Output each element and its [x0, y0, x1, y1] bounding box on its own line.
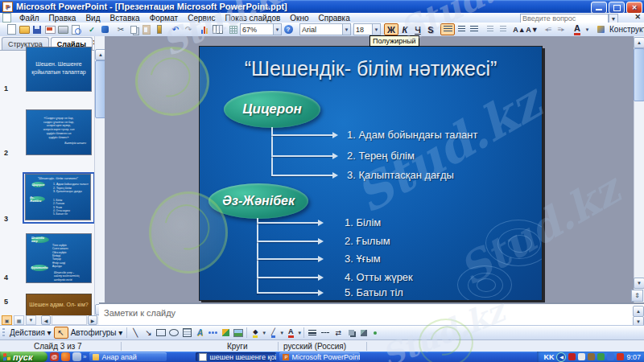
cicero-item-3[interactable]: 3. Қалыптасқан дағды [347, 169, 454, 181]
design-icon[interactable] [594, 23, 607, 35]
slide-scroll-up-icon[interactable]: ▲ [634, 37, 644, 48]
tray-language-indicator[interactable]: KK [543, 353, 554, 361]
cicero-ellipse[interactable]: Цицерон [224, 91, 320, 128]
quicklaunch-mail-icon[interactable]: @ [50, 352, 59, 361]
arrow-style-icon[interactable]: ⇄ [332, 327, 345, 339]
slide-sorter-view-button[interactable]: ▦ [14, 315, 24, 325]
print-icon[interactable] [56, 23, 69, 35]
draw-actions-menu[interactable]: Действия ▾ [10, 328, 52, 337]
hscroll-right-icon[interactable]: ▶ [88, 315, 97, 325]
fill-color-icon[interactable]: ◆ [249, 327, 262, 339]
decrease-indent-icon[interactable]: ◂≡ [542, 23, 555, 35]
numbering-icon[interactable] [484, 23, 497, 35]
email-icon[interactable] [43, 23, 56, 35]
tray-icon-1[interactable] [568, 353, 576, 360]
rectangle-tool-icon[interactable] [155, 327, 167, 339]
slide-4-thumbnail[interactable]: Шешендік өнер Тілге жүйрік Сөзге шешен О… [26, 233, 92, 283]
open-folder-icon[interactable] [18, 23, 31, 35]
undo-icon[interactable]: ↶ [169, 23, 182, 35]
tray-volume-icon[interactable] [578, 353, 585, 360]
zoom-dropdown-icon[interactable]: ▼ [274, 23, 282, 35]
font-size-combo[interactable]: 18 [353, 23, 373, 35]
notes-scroll-up-icon[interactable]: ▲ [633, 306, 644, 317]
help-icon[interactable]: ? [282, 23, 295, 35]
arrow-tool-icon[interactable]: ↘ [142, 327, 155, 339]
size-dropdown-icon[interactable]: ▼ [373, 23, 381, 35]
research-icon[interactable] [98, 23, 111, 35]
clipart-icon[interactable] [219, 327, 232, 339]
menu-view[interactable]: Вид [80, 13, 105, 23]
copy-icon[interactable] [127, 23, 140, 35]
insert-picture-icon[interactable] [232, 327, 245, 339]
bullets-icon[interactable] [497, 23, 510, 35]
redo-icon[interactable]: ↷ [182, 23, 195, 35]
thumbnails-scrollbar[interactable]: ▲ ▼ [94, 36, 105, 315]
grid-icon[interactable] [227, 23, 240, 35]
draw-font-color-icon[interactable]: А [284, 327, 297, 339]
menu-file[interactable]: Файл [14, 13, 44, 23]
align-left-button[interactable] [440, 23, 455, 35]
font-name-combo[interactable]: Arial [299, 23, 343, 35]
az-item-5[interactable]: 5. Батыл тіл [345, 286, 403, 298]
menu-window[interactable]: Окно [285, 13, 313, 23]
italic-button[interactable]: К [398, 23, 411, 35]
oval-tool-icon[interactable] [167, 327, 180, 339]
taskbar-window-document[interactable]: шешен шешенге қой... [196, 352, 276, 361]
save-icon[interactable] [31, 23, 43, 35]
language-indicator[interactable]: русский (Россия) [283, 342, 346, 351]
decrease-font-icon[interactable]: A▼ [526, 23, 539, 35]
start-button[interactable]: пуск [0, 352, 47, 362]
hscroll-left-icon[interactable]: ◀ [41, 315, 51, 325]
slide-2-thumbnail[interactable]: «Сөзден ұтқыр не бар, сөзден ұтылған не … [26, 109, 92, 155]
line-color-icon[interactable]: ╱ [266, 327, 279, 339]
spelling-icon[interactable]: ✓ [85, 23, 98, 35]
notes-pane[interactable]: Заметки к слайду [99, 302, 644, 327]
taskbar-window-powerpoint[interactable]: P Microsoft PowerPoint ... [279, 352, 360, 361]
slide-canvas[interactable]: “Шешендік- білім нәтижесі” Цицерон 1. Ад… [199, 46, 543, 301]
quicklaunch-chevron-icon[interactable]: » [83, 353, 86, 360]
az-item-4[interactable]: 4. Отты жүрек [345, 271, 413, 283]
restore-button[interactable] [609, 2, 625, 14]
close-button[interactable]: ✕ [626, 2, 642, 14]
close-document-icon[interactable]: ✕ [634, 13, 641, 21]
table-icon[interactable] [211, 23, 224, 35]
textbox-tool-icon[interactable] [180, 327, 193, 339]
slide-scroll-down-icon[interactable]: ▼ [634, 278, 644, 289]
chart-icon[interactable] [198, 23, 211, 35]
zoom-combo[interactable]: 67% [240, 23, 274, 35]
slide-title[interactable]: “Шешендік- білім нәтижесі” [200, 57, 542, 80]
format-painter-icon[interactable] [153, 23, 166, 35]
tray-icon-5[interactable] [617, 353, 624, 360]
menu-format[interactable]: Формат [145, 13, 184, 23]
text-shadow-button[interactable]: S [424, 23, 437, 35]
font-color-button[interactable]: А [571, 23, 584, 35]
font-dropdown-icon[interactable]: ▼ [343, 23, 351, 35]
bold-button[interactable]: Ж [384, 23, 398, 35]
tray-icon-2[interactable] [588, 353, 595, 360]
dash-style-icon[interactable] [319, 327, 332, 339]
az-item-3[interactable]: 3. Ұғым [345, 253, 381, 265]
slide-3-thumbnail[interactable]: “Шешендік- білім нәтижесі” Цицерон 1. Ад… [25, 174, 91, 220]
slide-5-thumbnail[interactable]: Шешен адам. Ол- кім? [26, 294, 92, 316]
menu-help[interactable]: Справка [314, 13, 355, 23]
tray-icon-4[interactable] [607, 353, 614, 360]
shadow-style-icon[interactable] [345, 327, 357, 339]
align-center-button[interactable] [455, 23, 468, 35]
design-button[interactable]: Конструктор [609, 25, 644, 34]
threed-style-icon[interactable] [357, 327, 370, 339]
paste-icon[interactable] [140, 23, 153, 35]
font-color-dropdown-icon[interactable]: ▼ [584, 24, 591, 35]
new-document-icon[interactable] [5, 23, 18, 35]
slideshow-view-button[interactable]: ▼ [26, 315, 36, 325]
tray-icon-3[interactable] [597, 353, 605, 360]
print-preview-icon[interactable] [69, 23, 82, 35]
tray-collapse-icon[interactable]: ◀ [556, 352, 566, 362]
menu-slideshow[interactable]: Показ слайдов [220, 13, 285, 23]
menu-edit[interactable]: Правка [44, 13, 81, 23]
select-pointer-button[interactable]: ↖ [54, 327, 68, 339]
line-tool-icon[interactable]: ╲ [129, 327, 142, 339]
normal-view-button[interactable]: ▣ [2, 315, 12, 325]
minimize-button[interactable] [591, 2, 607, 14]
underline-button[interactable]: Ч [411, 23, 424, 35]
quicklaunch-firefox-icon[interactable] [61, 352, 70, 361]
